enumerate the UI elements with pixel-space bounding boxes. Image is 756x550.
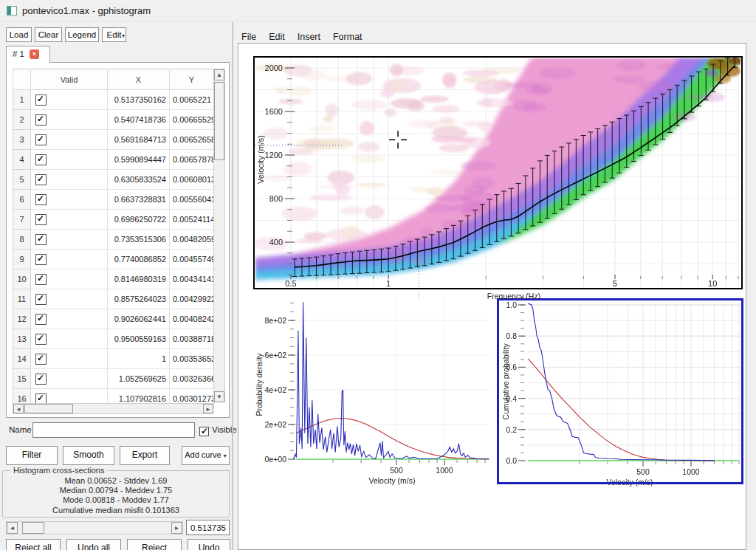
row-number[interactable]: 10 <box>13 269 31 289</box>
reject-all-button[interactable]: Reject all <box>6 539 61 550</box>
valid-checkbox[interactable] <box>35 374 47 385</box>
column-header-valid[interactable]: Valid <box>31 69 108 90</box>
x-cell[interactable]: 0.6986250722 <box>108 210 170 230</box>
valid-checkbox[interactable] <box>35 114 47 126</box>
probability-density-plot[interactable]: 0e+002e+024e+026e+028e+02Probability den… <box>255 300 489 485</box>
export-button[interactable]: Export <box>120 446 170 465</box>
valid-cell[interactable] <box>31 289 108 309</box>
x-cell[interactable]: 0.5990894447 <box>108 150 170 170</box>
valid-cell[interactable] <box>31 230 108 250</box>
row-number[interactable]: 7 <box>13 210 31 230</box>
vscroll-thumb[interactable] <box>214 82 224 160</box>
y-cell[interactable]: 0.00556041 <box>170 190 214 210</box>
valid-checkbox[interactable] <box>35 334 47 345</box>
table-hscrollbar[interactable]: ◄ ► <box>13 403 213 414</box>
valid-cell[interactable] <box>31 150 108 170</box>
x-cell[interactable]: 0.6305833524 <box>108 170 170 190</box>
x-cell[interactable]: 0.9026062441 <box>108 309 170 329</box>
x-cell[interactable]: 0.8575264023 <box>108 289 170 309</box>
valid-cell[interactable] <box>31 170 108 190</box>
cumulative-probability-plot[interactable]: 0.00.20.40.60.81.0Cumulative probability… <box>501 297 740 487</box>
valid-cell[interactable] <box>31 369 108 389</box>
row-number[interactable]: 2 <box>13 110 31 130</box>
valid-checkbox[interactable] <box>35 294 47 305</box>
slider-left-icon[interactable]: ◄ <box>7 522 18 534</box>
frequency-value-input[interactable] <box>186 520 230 535</box>
column-header-y[interactable]: Y <box>170 69 214 90</box>
y-cell[interactable]: 0.00652658 <box>170 130 214 150</box>
main-dispersion-plot[interactable]: 4008001200160020000.51510Velocity (m/s) <box>254 56 744 298</box>
valid-checkbox[interactable] <box>35 134 47 145</box>
plots-svg[interactable]: 4008001200160020000.51510Velocity (m/s)0… <box>238 44 746 549</box>
x-cell[interactable]: 0.9500559163 <box>108 329 170 349</box>
y-cell[interactable]: 0.00429922 <box>170 289 214 309</box>
name-input[interactable] <box>32 422 195 438</box>
valid-cell[interactable] <box>31 110 108 130</box>
valid-cell[interactable] <box>31 190 108 210</box>
x-cell[interactable]: 0.8146980319 <box>108 269 170 289</box>
valid-cell[interactable] <box>31 349 108 369</box>
menu-insert[interactable]: Insert <box>298 32 320 42</box>
load-button[interactable]: Load <box>6 27 32 42</box>
legend-button[interactable]: Legend <box>65 27 99 42</box>
clear-button[interactable]: Clear <box>35 27 62 42</box>
y-cell[interactable]: 0.00657878 <box>170 150 214 170</box>
row-number[interactable]: 5 <box>13 170 31 190</box>
x-cell[interactable]: 0.5691684713 <box>108 130 170 150</box>
y-cell[interactable]: 0.00353653 <box>170 349 214 369</box>
frequency-slider[interactable]: ◄ ► <box>6 521 183 534</box>
row-number[interactable]: 15 <box>13 369 31 389</box>
figure-canvas[interactable]: 4008001200160020000.51510Velocity (m/s)0… <box>238 43 746 550</box>
smooth-button[interactable]: Smooth <box>63 446 114 465</box>
valid-cell[interactable] <box>31 90 108 110</box>
undo-all-button[interactable]: Undo all <box>66 539 121 550</box>
row-number[interactable]: 8 <box>13 230 31 250</box>
menu-edit[interactable]: Edit <box>269 32 285 42</box>
scroll-down-icon[interactable]: ▼ <box>214 391 224 402</box>
valid-checkbox[interactable] <box>35 214 47 225</box>
valid-cell[interactable] <box>31 329 108 349</box>
y-cell[interactable]: 0.0065221 <box>170 90 214 110</box>
y-cell[interactable]: 0.00608013 <box>170 170 214 190</box>
y-cell[interactable]: 0.00482059 <box>170 230 214 250</box>
valid-cell[interactable] <box>31 250 108 269</box>
menu-file[interactable]: File <box>241 32 256 42</box>
valid-cell[interactable] <box>31 210 108 230</box>
row-number[interactable]: 12 <box>13 309 31 329</box>
y-cell[interactable]: 0.00388718 <box>170 329 214 349</box>
valid-checkbox[interactable] <box>35 194 47 205</box>
row-number[interactable]: 11 <box>13 289 31 309</box>
visible-checkbox[interactable] <box>199 427 209 436</box>
add-curve-button[interactable]: Add curve ▾ <box>182 446 230 465</box>
row-number[interactable]: 1 <box>13 90 31 110</box>
row-number[interactable]: 6 <box>13 190 31 210</box>
selected-plot-border[interactable] <box>498 300 743 484</box>
tab-curve-1[interactable]: # 1 × <box>6 46 50 63</box>
y-cell[interactable]: 0.00524114 <box>170 210 214 230</box>
valid-cell[interactable] <box>31 309 108 329</box>
filter-button[interactable]: Filter <box>6 446 58 465</box>
undo-button[interactable]: Undo <box>188 539 230 550</box>
row-number[interactable]: 3 <box>13 130 31 150</box>
row-number[interactable]: 13 <box>13 329 31 349</box>
hscroll-thumb[interactable] <box>24 404 73 413</box>
x-cell[interactable]: 0.6637328831 <box>108 190 170 210</box>
panel-splitter[interactable] <box>232 22 233 550</box>
row-number[interactable]: 9 <box>13 250 31 269</box>
x-cell[interactable]: 0.7740086852 <box>108 250 170 269</box>
edit-button[interactable]: Edit▾ <box>102 27 126 42</box>
tab-close-icon[interactable]: × <box>30 49 39 59</box>
scroll-up-icon[interactable]: ▲ <box>214 69 224 80</box>
row-number[interactable]: 14 <box>13 349 31 369</box>
y-cell[interactable]: 0.00326366 <box>170 369 214 389</box>
y-cell[interactable]: 0.00455749 <box>170 250 214 269</box>
scroll-right-icon[interactable]: ► <box>203 404 213 413</box>
table-vscrollbar[interactable]: ▲ ▼ <box>213 69 225 402</box>
x-cell[interactable]: 1.052569625 <box>108 369 170 389</box>
valid-checkbox[interactable] <box>35 354 47 365</box>
valid-checkbox[interactable] <box>35 94 47 106</box>
x-cell[interactable]: 0.5137350162 <box>108 90 170 110</box>
y-cell[interactable]: 0.00665529 <box>170 110 214 130</box>
valid-checkbox[interactable] <box>35 314 47 325</box>
x-cell[interactable]: 1 <box>108 349 170 369</box>
